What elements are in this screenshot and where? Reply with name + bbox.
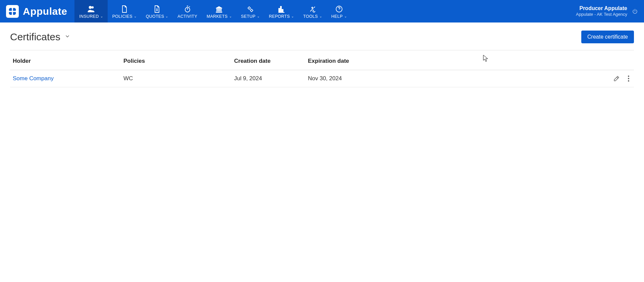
chevron-down-icon: ⌄: [257, 15, 260, 18]
nav-label: REPORTS: [269, 14, 290, 19]
page-header: Certificates Create certificate: [10, 31, 634, 50]
certificates-table: Holder Policies Creation date Expiration…: [10, 52, 634, 87]
gears-icon: [246, 5, 254, 13]
nav-tools[interactable]: TOOLS ⌄: [299, 0, 327, 22]
nav-label: ACTIVITY: [177, 14, 197, 19]
nav-label: INSURED: [79, 14, 99, 19]
nav-policies[interactable]: POLICIES ⌄: [108, 0, 141, 22]
svg-point-8: [251, 9, 253, 11]
nav-label: HELP: [331, 14, 343, 19]
create-certificate-button[interactable]: Create certificate: [581, 31, 634, 43]
nav-label: POLICIES: [112, 14, 132, 19]
nav-markets[interactable]: MARKETS ⌄: [202, 0, 236, 22]
wrench-screwdriver-icon: [309, 5, 317, 13]
chevron-down-icon: ⌄: [344, 15, 347, 18]
column-policies[interactable]: Policies: [121, 52, 231, 70]
column-created[interactable]: Creation date: [231, 52, 305, 70]
topbar: Appulate INSURED ⌄ POLICIES ⌄: [0, 0, 644, 22]
people-icon: [87, 5, 95, 13]
document-icon: [120, 5, 128, 13]
user-agency: Appulate - AK Test Agency: [576, 12, 627, 17]
nav-label: SETUP: [241, 14, 256, 19]
nav-reports[interactable]: REPORTS ⌄: [264, 0, 299, 22]
nav-activity[interactable]: ACTIVITY: [173, 0, 202, 22]
table-row: Some Company WC Jul 9, 2024 Nov 30, 2024: [10, 70, 634, 87]
page-title-dropdown[interactable]: [64, 33, 70, 41]
clover-icon: [6, 5, 19, 18]
nav-insured[interactable]: INSURED ⌄: [74, 0, 107, 22]
nav-help[interactable]: HELP ⌄: [327, 0, 352, 22]
nav-label: TOOLS: [303, 14, 318, 19]
brand-name: Appulate: [23, 6, 67, 17]
user-block: Producer Appulate Appulate - AK Test Age…: [576, 0, 644, 22]
cell-created: Jul 9, 2024: [231, 70, 305, 87]
kebab-menu-icon[interactable]: [626, 75, 631, 82]
column-expires[interactable]: Expiration date: [305, 52, 486, 70]
page-title: Certificates: [10, 31, 60, 43]
edit-icon[interactable]: [613, 75, 620, 82]
nav-quotes[interactable]: QUOTES ⌄: [141, 0, 173, 22]
column-actions: [486, 52, 634, 70]
nav-label: MARKETS: [207, 14, 228, 19]
svg-point-7: [248, 7, 250, 9]
brand-logo[interactable]: Appulate: [0, 0, 74, 22]
bar-chart-icon: [277, 5, 285, 13]
chevron-down-icon: ⌄: [165, 15, 168, 18]
doc-hourglass-icon: [153, 5, 161, 13]
question-circle-icon: [335, 5, 343, 13]
cell-expires: Nov 30, 2024: [305, 70, 486, 87]
power-icon[interactable]: [632, 8, 638, 14]
nav-setup[interactable]: SETUP ⌄: [236, 0, 264, 22]
cell-policies: WC: [121, 70, 231, 87]
page-body: Certificates Create certificate Holder P…: [0, 22, 644, 87]
column-holder[interactable]: Holder: [10, 52, 121, 70]
bank-icon: [215, 5, 223, 13]
chevron-down-icon: ⌄: [134, 15, 137, 18]
stopwatch-icon: [183, 5, 192, 13]
chevron-down-icon: ⌄: [319, 15, 322, 18]
chevron-down-icon: ⌄: [291, 15, 294, 18]
main-nav: INSURED ⌄ POLICIES ⌄ QUOTES ⌄: [74, 0, 351, 22]
holder-link[interactable]: Some Company: [13, 75, 54, 82]
chevron-down-icon: ⌄: [229, 15, 232, 18]
nav-label: QUOTES: [146, 14, 164, 19]
user-name[interactable]: Producer Appulate: [576, 5, 627, 12]
chevron-down-icon: ⌄: [100, 15, 103, 18]
svg-rect-5: [8, 11, 16, 12]
